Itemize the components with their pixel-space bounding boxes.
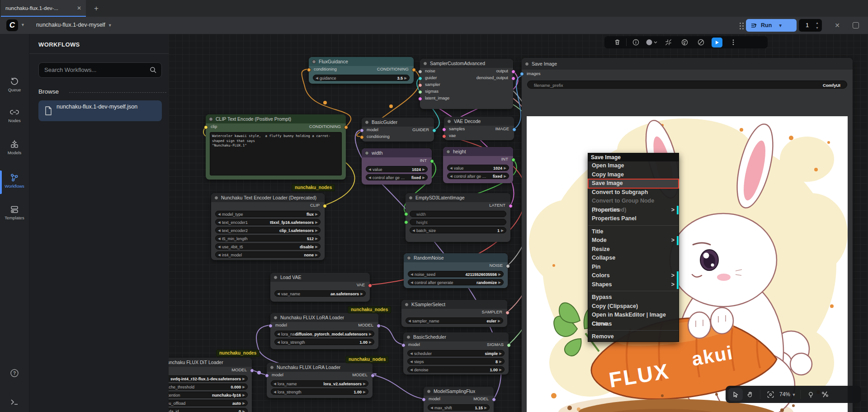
increment-icon[interactable]: ▶ bbox=[499, 351, 502, 355]
increment-icon[interactable]: ▶ bbox=[498, 280, 501, 284]
context-menu-item-mode[interactable]: Mode> bbox=[588, 236, 679, 245]
decrement-icon[interactable]: ◀ bbox=[410, 351, 413, 355]
node-collapse-dot[interactable] bbox=[270, 365, 274, 369]
node-collapse-dot[interactable] bbox=[446, 150, 450, 154]
node-collapse-dot[interactable] bbox=[406, 335, 410, 339]
decrement-icon[interactable]: ◀ bbox=[277, 332, 280, 336]
input-port-width[interactable] bbox=[404, 212, 408, 216]
node-canvas[interactable]: Save Image images filename_prefix ComfyU… bbox=[169, 34, 868, 412]
sidebar-item-templates[interactable]: Templates bbox=[0, 205, 29, 220]
input-port-model[interactable] bbox=[265, 374, 269, 378]
input-port-sampler[interactable] bbox=[418, 83, 422, 87]
widget-attention[interactable]: ◀attentionnunchaku-fp16▶ bbox=[169, 392, 248, 398]
decrement-icon[interactable]: ◀ bbox=[430, 406, 433, 410]
output-port-latent[interactable] bbox=[509, 204, 513, 208]
increment-icon[interactable]: ▶ bbox=[369, 332, 372, 336]
widget-lora-name[interactable]: ◀lora_namelora_v2.safetensors▶ bbox=[271, 380, 368, 387]
stepper-arrows-icon[interactable]: ▲▼ bbox=[816, 20, 819, 30]
decrement-icon[interactable]: ◀ bbox=[218, 253, 221, 257]
node-nunchaku-flux-lora-loader[interactable]: Nunchaku FLUX LoRA LoadermodelMODEL◀lora… bbox=[267, 363, 373, 398]
play-button[interactable] bbox=[709, 36, 725, 48]
sidebar-item-models[interactable]: Models bbox=[0, 140, 29, 155]
logo-chevron-icon[interactable]: ▼ bbox=[21, 23, 25, 27]
node-collapse-dot[interactable] bbox=[274, 316, 278, 320]
widget-control-after-ge[interactable]: ◀control after ge …fixed▶ bbox=[366, 174, 428, 180]
increment-icon[interactable]: ▶ bbox=[242, 385, 245, 389]
search-workflows-input[interactable]: Search Workflows... bbox=[38, 62, 162, 78]
node-collapse-dot[interactable] bbox=[209, 117, 213, 121]
output-port-denoised-output[interactable] bbox=[511, 76, 515, 81]
context-menu-item-copy-image[interactable]: Copy Image bbox=[588, 170, 679, 180]
node-nunchaku-flux-dit-loader[interactable]: Nunchaku FLUX DiT LoaderMODEL◀svdq-int4_… bbox=[169, 358, 252, 412]
widget-denoise[interactable]: ◀denoise1.00▶ bbox=[407, 366, 505, 373]
sidebar-item-help[interactable]: ? bbox=[0, 369, 29, 379]
increment-icon[interactable]: ▶ bbox=[363, 390, 366, 394]
node-collapse-dot[interactable] bbox=[407, 256, 411, 260]
comfyui-logo[interactable]: C bbox=[6, 19, 18, 31]
context-menu-item-remove[interactable]: Remove bbox=[588, 332, 679, 341]
node-height[interactable]: heightINT◀value1024▶◀control after ge …f… bbox=[443, 147, 513, 183]
increment-icon[interactable]: ▶ bbox=[404, 76, 407, 80]
info-icon[interactable] bbox=[627, 36, 644, 48]
node-clip-text-encode-positive-prompt[interactable]: CLIP Text Encode (Positive Prompt)clipCO… bbox=[206, 114, 346, 180]
input-port-conditioning[interactable] bbox=[307, 68, 311, 72]
node-randomnoise[interactable]: RandomNoiseNOISE◀noise_seed4211552603555… bbox=[404, 253, 508, 288]
increment-icon[interactable]: ▶ bbox=[360, 292, 363, 296]
widget-use-4bit-t5[interactable]: ◀use_4bit_t5disable▶ bbox=[215, 243, 321, 250]
node-collapse-dot[interactable] bbox=[525, 62, 529, 66]
block-icon[interactable] bbox=[693, 36, 709, 48]
context-menu-item-resize[interactable]: Resize bbox=[588, 245, 679, 254]
input-port-model[interactable] bbox=[360, 128, 364, 133]
fit-view-icon[interactable] bbox=[660, 36, 676, 48]
decrement-icon[interactable]: ◀ bbox=[218, 212, 221, 216]
node-ksamplerselect[interactable]: KSamplerSelectSAMPLER◀sampler_nameeuler▶ bbox=[401, 300, 507, 327]
decrement-icon[interactable]: ◀ bbox=[368, 167, 371, 171]
decrement-icon[interactable]: ◀ bbox=[450, 166, 453, 170]
context-menu-item-open-in-maskeditor-image-canvas[interactable]: Open in MaskEditor | Image Canvas bbox=[588, 311, 679, 320]
input-port-conditioning[interactable] bbox=[360, 135, 364, 139]
node-collapse-dot[interactable] bbox=[409, 196, 413, 200]
prompt-textarea[interactable]: Watercolor kawaii style, a fluffy bunny … bbox=[210, 132, 342, 175]
fit-to-screen-button[interactable] bbox=[763, 388, 778, 401]
maximize-button[interactable] bbox=[853, 22, 859, 28]
widget-lora-na[interactable]: ◀lora_na …diffusion_pytorch_model.safete… bbox=[274, 331, 374, 337]
increment-icon[interactable]: ▶ bbox=[504, 166, 506, 170]
node-fluxguidance[interactable]: FluxGuidanceconditioningCONDITIONING◀gui… bbox=[309, 57, 414, 84]
node-collapse-dot[interactable] bbox=[405, 303, 409, 307]
decrement-icon[interactable]: ◀ bbox=[410, 360, 413, 364]
output-port-model[interactable] bbox=[250, 369, 254, 373]
widget-model-type[interactable]: ◀model_typeflux▶ bbox=[215, 211, 321, 217]
output-port-int[interactable] bbox=[430, 159, 434, 163]
widget-input-width[interactable]: width bbox=[410, 211, 506, 217]
decrement-icon[interactable]: ◀ bbox=[218, 245, 221, 249]
input-port-samples[interactable] bbox=[442, 128, 446, 132]
select-tool-button[interactable] bbox=[728, 388, 743, 401]
node-basicguider[interactable]: BasicGuidermodelGUIDERconditioning bbox=[362, 118, 434, 142]
node-basicscheduler[interactable]: BasicSchedulermodelSIGMAS◀schedulersimpl… bbox=[403, 332, 509, 374]
workflow-name[interactable]: nunchaku-flux.1-dev-myself▼ bbox=[36, 22, 112, 28]
widget-cache-threshold[interactable]: ◀cache_threshold0.000▶ bbox=[169, 384, 248, 390]
output-port-clip[interactable] bbox=[323, 204, 327, 208]
output-port-conditioning[interactable] bbox=[412, 68, 416, 72]
decrement-icon[interactable]: ◀ bbox=[277, 292, 280, 296]
input-port-guider[interactable] bbox=[418, 76, 422, 81]
decrement-icon[interactable]: ◀ bbox=[218, 220, 221, 224]
context-menu-item-convert-to-subgraph[interactable]: Convert to Subgraph bbox=[588, 188, 679, 197]
output-port-noise[interactable] bbox=[506, 264, 510, 268]
increment-icon[interactable]: ▶ bbox=[242, 401, 245, 405]
widget-guidance[interactable]: ◀guidance3.5▶ bbox=[313, 75, 410, 81]
widget-scheduler[interactable]: ◀schedulersimple▶ bbox=[407, 350, 505, 356]
context-menu-item-copy-clipspace[interactable]: Copy (Clipspace) bbox=[588, 302, 679, 311]
context-menu-item-shapes[interactable]: Shapes> bbox=[588, 280, 679, 289]
node-width[interactable]: widthINT◀value1024▶◀control after ge …fi… bbox=[362, 148, 432, 185]
input-port-clip[interactable] bbox=[204, 125, 208, 129]
widget-text-encoder1[interactable]: ◀text_encoder1t5xxl_fp16.safetensors▶ bbox=[215, 219, 321, 225]
decrement-icon[interactable]: ◀ bbox=[408, 319, 411, 323]
decrement-icon[interactable]: ◀ bbox=[410, 272, 413, 276]
context-menu-item-bypass[interactable]: Bypass bbox=[588, 293, 679, 302]
node-load-vae[interactable]: Load VAEVAE◀vae_nameae.safetensors▶ bbox=[270, 273, 370, 302]
sidebar-item-workflows[interactable]: Workflows bbox=[0, 173, 29, 189]
input-port-noise[interactable] bbox=[418, 70, 422, 74]
node-nunchaku-flux-lora-loader[interactable]: Nunchaku FLUX LoRA LoadermodelMODEL◀lora… bbox=[270, 313, 378, 349]
increment-icon[interactable]: ▶ bbox=[501, 228, 504, 232]
